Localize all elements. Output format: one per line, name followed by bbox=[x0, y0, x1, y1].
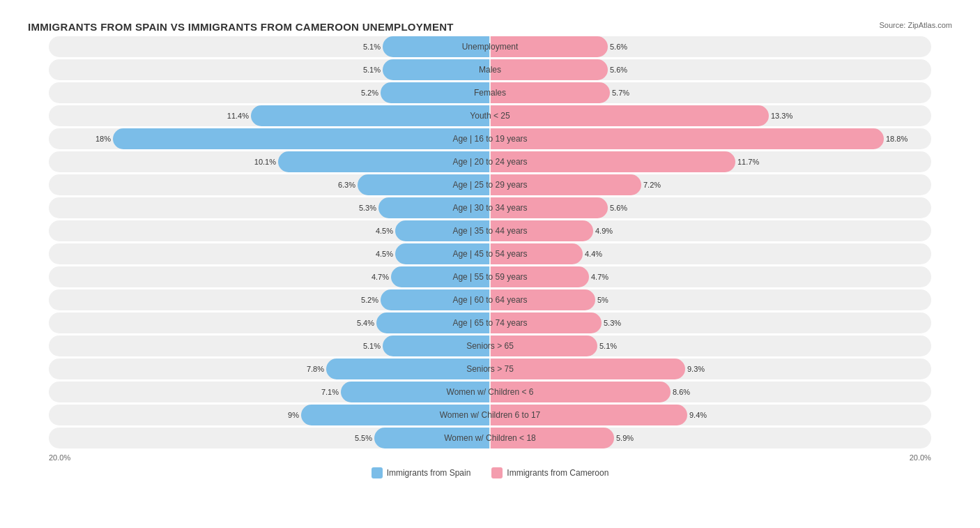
spain-bar bbox=[381, 289, 489, 310]
chart-container: IMMIGRANTS FROM SPAIN VS IMMIGRANTS FROM… bbox=[14, 14, 966, 492]
spain-bar bbox=[395, 220, 489, 241]
cameroon-value: 4.4% bbox=[585, 250, 602, 258]
spain-bar bbox=[251, 105, 489, 126]
bar-row: Males5.1%5.6% bbox=[49, 59, 931, 80]
cameroon-bar bbox=[491, 405, 687, 425]
bar-row: Age | 55 to 59 years4.7%4.7% bbox=[49, 266, 931, 287]
legend-item-cameroon: Immigrants from Cameroon bbox=[491, 467, 608, 478]
spain-value: 4.5% bbox=[376, 227, 393, 235]
legend-label-spain: Immigrants from Spain bbox=[387, 468, 471, 478]
spain-bar bbox=[395, 243, 489, 264]
legend-item-spain: Immigrants from Spain bbox=[372, 467, 471, 478]
bar-row: Seniors > 655.1%5.1% bbox=[49, 335, 931, 356]
spain-value: 10.1% bbox=[254, 158, 276, 166]
spain-value: 5.3% bbox=[359, 204, 376, 212]
cameroon-value: 5.9% bbox=[616, 434, 634, 442]
spain-value: 18% bbox=[95, 135, 111, 143]
cameroon-value: 9.3% bbox=[687, 365, 705, 373]
spain-value: 5.5% bbox=[355, 434, 372, 442]
spain-bar bbox=[374, 428, 489, 448]
bar-row: Women w/ Children < 185.5%5.9% bbox=[49, 428, 931, 448]
bar-row: Women w/ Children 6 to 179%9.4% bbox=[49, 405, 931, 425]
spain-value: 11.4% bbox=[227, 112, 249, 120]
cameroon-bar bbox=[491, 105, 769, 126]
cameroon-bar bbox=[491, 335, 597, 356]
spain-value: 5.1% bbox=[363, 342, 381, 350]
bar-row: Age | 35 to 44 years4.5%4.9% bbox=[49, 220, 931, 241]
cameroon-bar bbox=[491, 382, 671, 402]
axis-label-left: 20.0% bbox=[49, 453, 70, 462]
legend-color-cameroon bbox=[491, 467, 503, 478]
spain-bar bbox=[301, 405, 489, 425]
cameroon-bar bbox=[491, 312, 602, 333]
spain-value: 4.7% bbox=[372, 273, 389, 281]
spain-value: 5.1% bbox=[363, 66, 381, 74]
cameroon-value: 8.6% bbox=[673, 388, 690, 396]
bar-row: Age | 30 to 34 years5.3%5.6% bbox=[49, 197, 931, 218]
cameroon-bar bbox=[491, 243, 583, 264]
spain-bar bbox=[376, 312, 489, 333]
bar-row: Unemployment5.1%5.6% bbox=[49, 36, 931, 57]
bar-row: Women w/ Children < 67.1%8.6% bbox=[49, 382, 931, 402]
legend-label-cameroon: Immigrants from Cameroon bbox=[507, 468, 608, 478]
cameroon-bar bbox=[491, 128, 884, 149]
cameroon-bar bbox=[491, 428, 614, 448]
cameroon-bar bbox=[491, 82, 610, 103]
cameroon-value: 11.7% bbox=[737, 158, 759, 166]
chart-title: IMMIGRANTS FROM SPAIN VS IMMIGRANTS FROM… bbox=[28, 21, 454, 33]
spain-bar bbox=[358, 174, 489, 195]
spain-bar bbox=[391, 266, 489, 287]
spain-bar bbox=[326, 359, 489, 379]
cameroon-bar bbox=[491, 59, 608, 80]
cameroon-bar bbox=[491, 220, 593, 241]
cameroon-value: 7.2% bbox=[643, 181, 661, 189]
cameroon-bar bbox=[491, 359, 685, 379]
spain-bar bbox=[383, 59, 489, 80]
cameroon-value: 5.6% bbox=[610, 204, 627, 212]
spain-value: 4.5% bbox=[376, 250, 393, 258]
bar-row: Age | 20 to 24 years10.1%11.7% bbox=[49, 151, 931, 172]
cameroon-value: 5.6% bbox=[610, 66, 627, 74]
cameroon-bar bbox=[491, 197, 608, 218]
spain-value: 6.3% bbox=[338, 181, 355, 189]
cameroon-value: 5.7% bbox=[612, 89, 629, 97]
spain-bar bbox=[383, 36, 489, 57]
spain-value: 7.1% bbox=[321, 388, 339, 396]
cameroon-value: 5.3% bbox=[604, 319, 621, 327]
spain-bar bbox=[378, 197, 489, 218]
cameroon-value: 5.1% bbox=[599, 342, 617, 350]
cameroon-bar bbox=[491, 151, 735, 172]
axis-labels: 20.0% 20.0% bbox=[28, 451, 952, 462]
cameroon-value: 18.8% bbox=[886, 135, 908, 143]
spain-bar bbox=[381, 82, 489, 103]
cameroon-bar bbox=[491, 174, 641, 195]
bar-row: Age | 60 to 64 years5.2%5% bbox=[49, 289, 931, 310]
cameroon-bar bbox=[491, 266, 589, 287]
spain-bar bbox=[113, 128, 489, 149]
spain-value: 7.8% bbox=[307, 365, 324, 373]
legend-color-spain bbox=[372, 467, 383, 478]
spain-bar bbox=[278, 151, 489, 172]
spain-value: 5.2% bbox=[361, 296, 378, 304]
spain-value: 5.1% bbox=[363, 43, 381, 51]
axis-label-right: 20.0% bbox=[910, 453, 931, 462]
cameroon-value: 13.3% bbox=[771, 112, 793, 120]
cameroon-bar bbox=[491, 289, 595, 310]
bar-row: Females5.2%5.7% bbox=[49, 82, 931, 103]
source-label: Source: ZipAtlas.com bbox=[879, 21, 952, 29]
cameroon-value: 4.7% bbox=[591, 273, 608, 281]
spain-bar bbox=[383, 335, 489, 356]
cameroon-value: 5% bbox=[597, 296, 608, 304]
spain-value: 9% bbox=[288, 411, 299, 419]
cameroon-value: 4.9% bbox=[595, 227, 613, 235]
bar-row: Age | 25 to 29 years6.3%7.2% bbox=[49, 174, 931, 195]
cameroon-value: 9.4% bbox=[689, 411, 707, 419]
bar-row: Age | 65 to 74 years5.4%5.3% bbox=[49, 312, 931, 333]
bar-row: Seniors > 757.8%9.3% bbox=[49, 359, 931, 379]
legend: Immigrants from Spain Immigrants from Ca… bbox=[28, 467, 952, 478]
spain-value: 5.4% bbox=[357, 319, 374, 327]
spain-value: 5.2% bbox=[361, 89, 378, 97]
bar-row: Age | 16 to 19 years18%18.8% bbox=[49, 128, 931, 149]
bar-row: Youth < 2511.4%13.3% bbox=[49, 105, 931, 126]
cameroon-bar bbox=[491, 36, 608, 57]
